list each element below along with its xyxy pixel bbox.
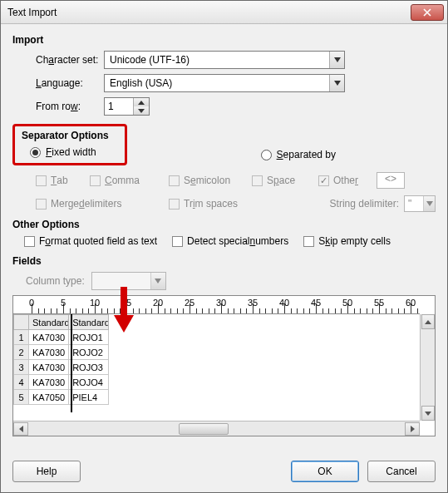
fromrow-label: From row: bbox=[12, 101, 104, 112]
other-options-heading: Other Options bbox=[12, 219, 436, 230]
close-icon bbox=[423, 8, 431, 17]
fromrow-spinner[interactable] bbox=[104, 97, 150, 116]
spin-down-icon[interactable] bbox=[134, 106, 149, 115]
import-heading: Import bbox=[12, 34, 436, 46]
other-check: Other bbox=[318, 175, 377, 186]
tab-check: Tab bbox=[36, 175, 90, 186]
semicolon-check: Semicolon bbox=[169, 175, 252, 186]
string-delim-row: String delimiter: " bbox=[302, 195, 436, 212]
ruler[interactable]: 051015202530354045505560 bbox=[13, 296, 420, 314]
column-type-label: Column type: bbox=[26, 275, 85, 287]
text-import-dialog: Text Import Import Character set: Unicod… bbox=[0, 0, 448, 493]
fixed-width-radio-row[interactable]: Fixed width bbox=[30, 146, 118, 158]
table-row: 5KA7050PIEL4 bbox=[14, 390, 109, 405]
close-button[interactable] bbox=[411, 4, 444, 21]
window-title: Text Import bbox=[7, 7, 411, 18]
other-options-row: Format quoted field as text Detect speci… bbox=[12, 235, 436, 247]
chevron-down-icon bbox=[329, 75, 344, 91]
merge-check: Merge delimiters bbox=[36, 198, 169, 210]
comma-check: Comma bbox=[90, 175, 169, 186]
horizontal-scrollbar[interactable] bbox=[13, 421, 420, 436]
fromrow-row: From row: bbox=[12, 97, 436, 116]
dialog-content: Import Character set: Unicode (UTF-16) L… bbox=[1, 24, 447, 452]
fields-preview[interactable]: 051015202530354045505560 Standard Standa… bbox=[12, 295, 436, 436]
delimiter-options: Tab Comma Semicolon Space Other <> Merge… bbox=[36, 172, 436, 212]
scroll-thumb[interactable] bbox=[179, 423, 229, 435]
table-row: 4KA7030ROJO4 bbox=[14, 375, 109, 390]
separator-heading: Separator Options bbox=[22, 130, 118, 141]
scroll-left-icon[interactable] bbox=[13, 422, 28, 436]
charset-label: Character set: bbox=[12, 54, 104, 66]
vertical-scrollbar[interactable] bbox=[420, 314, 435, 421]
chevron-down-icon bbox=[329, 52, 344, 68]
format-quoted-check[interactable]: Format quoted field as text bbox=[24, 235, 157, 247]
table-row: 2KA7030ROJO2 bbox=[14, 345, 109, 360]
spin-up-icon[interactable] bbox=[134, 98, 149, 106]
titlebar: Text Import bbox=[1, 1, 447, 24]
detect-special-check[interactable]: Detect special numbers bbox=[172, 235, 288, 247]
charset-select[interactable]: Unicode (UTF-16) bbox=[104, 51, 345, 69]
ok-button[interactable]: OK bbox=[291, 461, 359, 482]
preview-table: Standard Standard 1KA7030ROJO12KA7030ROJ… bbox=[13, 314, 109, 405]
button-row: Help OK Cancel bbox=[1, 452, 447, 492]
string-delim-value: " bbox=[408, 198, 411, 210]
separated-by-radio[interactable] bbox=[261, 150, 272, 160]
col2-header[interactable]: Standard bbox=[69, 315, 109, 330]
table-row: 3KA7030ROJO3 bbox=[14, 360, 109, 375]
col1-header[interactable]: Standard bbox=[29, 315, 69, 330]
separated-by-radio-row[interactable]: Separated by bbox=[261, 149, 336, 160]
chevron-down-icon bbox=[150, 273, 165, 289]
language-row: Language: English (USA) bbox=[12, 74, 436, 92]
language-select[interactable]: English (USA) bbox=[104, 74, 345, 92]
fixed-width-label: Fixed width bbox=[46, 146, 96, 158]
fixed-width-radio[interactable] bbox=[30, 147, 41, 158]
trim-check: Trim spaces bbox=[169, 198, 302, 210]
scroll-down-icon[interactable] bbox=[421, 406, 435, 421]
cancel-button[interactable]: Cancel bbox=[367, 461, 436, 482]
column-split-marker[interactable] bbox=[71, 314, 72, 412]
scroll-up-icon[interactable] bbox=[421, 314, 435, 329]
column-type-row: Column type: bbox=[26, 272, 436, 290]
separator-highlight-box: Separator Options Fixed width bbox=[12, 124, 127, 165]
separated-by-label: Separated by bbox=[277, 149, 336, 160]
preview-grid[interactable]: Standard Standard 1KA7030ROJO12KA7030ROJ… bbox=[13, 314, 420, 412]
string-delim-select: " bbox=[404, 195, 436, 212]
skip-empty-check[interactable]: Skip empty cells bbox=[303, 235, 391, 247]
help-button[interactable]: Help bbox=[12, 461, 81, 482]
table-row: 1KA7030ROJO1 bbox=[14, 330, 109, 345]
fromrow-input[interactable] bbox=[105, 100, 133, 113]
string-delim-label: String delimiter: bbox=[330, 198, 399, 210]
charset-value: Unicode (UTF-16) bbox=[110, 54, 190, 66]
chevron-down-icon bbox=[423, 196, 435, 211]
space-check: Space bbox=[252, 175, 318, 186]
fields-heading: Fields bbox=[12, 255, 436, 267]
other-delimiter-input: <> bbox=[377, 172, 405, 189]
charset-row: Character set: Unicode (UTF-16) bbox=[12, 51, 436, 69]
column-type-select bbox=[91, 272, 166, 290]
language-value: English (USA) bbox=[110, 77, 172, 89]
scroll-right-icon[interactable] bbox=[405, 422, 420, 436]
language-label: Language: bbox=[12, 77, 104, 89]
